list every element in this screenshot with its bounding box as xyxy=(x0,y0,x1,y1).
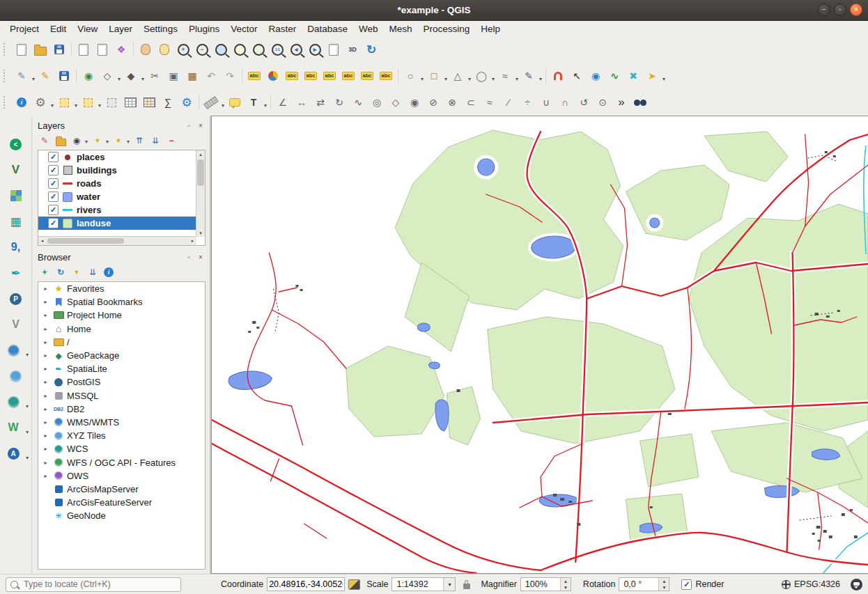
delete-part-button[interactable]: ⊗ xyxy=(443,93,461,111)
open-attribute-table-button[interactable] xyxy=(121,93,139,111)
avoid-intersections-button[interactable]: ✖ xyxy=(624,67,642,85)
scrollbar-thumb[interactable] xyxy=(47,238,124,244)
browser-item[interactable]: ▸ WFS / OGC API - Features xyxy=(38,455,205,469)
data-source-manager-button[interactable]: < xyxy=(5,134,27,155)
split-parts-button[interactable]: ÷ xyxy=(518,93,536,111)
regular-polygon-digitize-button[interactable]: △ xyxy=(449,67,467,85)
new-project-button[interactable] xyxy=(13,40,31,58)
expand-arrow-icon[interactable]: ▸ xyxy=(41,326,50,332)
menu-view[interactable]: View xyxy=(72,22,103,36)
show-layout-manager-button[interactable] xyxy=(93,40,111,58)
add-wfs-layer-button[interactable]: W xyxy=(2,417,24,438)
refresh-browser-button[interactable]: ↻ xyxy=(54,265,68,279)
deselect-features-button[interactable] xyxy=(102,93,121,111)
search-features-button[interactable] xyxy=(631,93,649,111)
identify-features-button[interactable]: i xyxy=(13,93,31,111)
menu-raster[interactable]: Raster xyxy=(263,22,302,36)
close-button[interactable]: × xyxy=(850,3,862,16)
statistical-summary-button[interactable]: ∑ xyxy=(159,93,177,111)
add-wcs-layer-button[interactable] xyxy=(2,391,24,412)
menu-project[interactable]: Project xyxy=(4,22,45,36)
expand-arrow-icon[interactable]: ▸ xyxy=(41,366,50,372)
expand-arrow-icon[interactable]: ▸ xyxy=(41,352,50,359)
spin-down-icon[interactable] xyxy=(659,584,669,591)
show-hide-labels-button[interactable]: abc xyxy=(320,67,339,85)
menu-processing[interactable]: Processing xyxy=(418,22,476,36)
add-group-button[interactable] xyxy=(54,134,68,148)
circle-digitize-button[interactable]: ○ xyxy=(401,67,419,85)
zoom-out-button[interactable]: − xyxy=(193,40,211,58)
fill-ring-button[interactable]: ◉ xyxy=(405,93,424,111)
annotation-tools-button[interactable]: ✎ xyxy=(520,67,538,85)
save-layer-edits-button[interactable] xyxy=(55,67,73,85)
layer-checkbox[interactable]: ✓ xyxy=(48,165,59,175)
processing-toolbox-button[interactable]: ⚙ xyxy=(178,93,196,111)
layers-vertical-scrollbar[interactable] xyxy=(196,150,205,237)
zoom-native-button[interactable]: 1:1 xyxy=(268,40,286,58)
rectangle-digitize-button[interactable]: □ xyxy=(425,67,443,85)
render-checkbox[interactable]: ✓ xyxy=(681,579,692,590)
layer-checkbox[interactable]: ✓ xyxy=(48,218,59,228)
spin-up-icon[interactable] xyxy=(659,578,669,584)
browser-item[interactable]: ▸ WCS xyxy=(38,442,205,455)
layer-item[interactable]: ✓ places xyxy=(38,150,205,164)
maximize-button[interactable]: ▫ xyxy=(834,3,846,16)
toolbar-overflow-button[interactable]: » xyxy=(612,93,630,111)
layer-item[interactable]: ✓ rivers xyxy=(38,203,205,217)
expand-arrow-icon[interactable]: ▸ xyxy=(41,419,50,425)
browser-item[interactable]: ▸ WMS/WMTS xyxy=(38,416,205,429)
menu-vector[interactable]: Vector xyxy=(225,22,263,36)
map-canvas[interactable] xyxy=(211,116,868,574)
layer-labeling-button[interactable]: abc xyxy=(245,67,263,85)
browser-item[interactable]: ▸ OWS xyxy=(38,469,205,483)
ellipse-digitize-button[interactable]: ◯ xyxy=(472,67,490,85)
show-unplaced-labels-button[interactable]: ◉ xyxy=(587,67,605,85)
layer-item[interactable]: ✓ landuse xyxy=(38,217,205,230)
zoom-full-button[interactable] xyxy=(212,40,230,58)
zoom-in-button[interactable]: + xyxy=(174,40,192,58)
pin-labels-button[interactable]: abc xyxy=(283,67,301,85)
text-annotation-button[interactable]: T xyxy=(245,93,263,111)
browser-item[interactable]: ▸ XYZ Tiles xyxy=(38,429,205,442)
rotate-point-symbols-button[interactable]: ↺ xyxy=(575,93,593,111)
filter-browser-button[interactable]: ▼ xyxy=(70,265,84,279)
zoom-next-button[interactable]: ▸ xyxy=(306,40,324,58)
expand-arrow-icon[interactable]: ▸ xyxy=(41,473,50,479)
extents-toggle-button[interactable] xyxy=(348,579,360,590)
enable-advanced-digitizing-button[interactable]: ∠ xyxy=(274,93,292,111)
panel-float-button[interactable]: ▫ xyxy=(184,120,194,130)
expand-arrow-icon[interactable]: ▸ xyxy=(41,446,50,452)
run-feature-action-button[interactable]: ⚙ xyxy=(31,93,49,111)
manage-map-themes-button[interactable]: ◉ xyxy=(70,134,84,148)
menu-layer[interactable]: Layer xyxy=(103,22,138,36)
zoom-to-layer-button[interactable] xyxy=(249,40,268,58)
stream-digitizing-button[interactable]: ➤ xyxy=(643,67,661,85)
add-wms-layer-button[interactable] xyxy=(2,340,24,361)
expand-arrow-icon[interactable]: ▸ xyxy=(41,286,50,292)
reshape-features-button[interactable]: ⊂ xyxy=(462,93,480,111)
browser-item[interactable]: ▸ ★ Favorites xyxy=(38,282,205,295)
browser-properties-button[interactable]: i xyxy=(102,265,116,279)
browser-item[interactable]: ▸ Spatial Bookmarks xyxy=(38,295,205,308)
add-delimited-text-layer-button[interactable]: 9, xyxy=(5,237,27,258)
field-calculator-button[interactable] xyxy=(140,93,158,111)
collapse-all-button[interactable]: ⇊ xyxy=(148,134,162,148)
simplify-feature-button[interactable]: ∿ xyxy=(349,93,367,111)
zoom-to-selection-button[interactable] xyxy=(231,40,249,58)
browser-item[interactable]: ▸ / xyxy=(38,336,205,349)
curve-digitize-button[interactable]: ≈ xyxy=(496,67,514,85)
menu-help[interactable]: Help xyxy=(475,22,506,36)
panel-close-button[interactable]: × xyxy=(196,252,206,262)
spinner-arrows[interactable] xyxy=(560,578,571,591)
paste-features-button[interactable]: ▦ xyxy=(183,67,201,85)
layer-checkbox[interactable]: ✓ xyxy=(48,205,59,215)
current-edits-button[interactable]: ✎ xyxy=(13,67,31,85)
magnifier-spinner[interactable]: 100% xyxy=(520,577,571,591)
layer-item[interactable]: ✓ water xyxy=(38,190,205,203)
vertex-tool-button[interactable]: ◆ xyxy=(122,67,140,85)
crs-status-button[interactable]: EPSG:4326 xyxy=(782,579,840,589)
add-ring-button[interactable]: ◎ xyxy=(368,93,386,111)
layer-diagram-button[interactable] xyxy=(264,67,282,85)
remove-layer-button[interactable]: − xyxy=(164,134,178,148)
add-raster-layer-button[interactable] xyxy=(5,185,27,206)
